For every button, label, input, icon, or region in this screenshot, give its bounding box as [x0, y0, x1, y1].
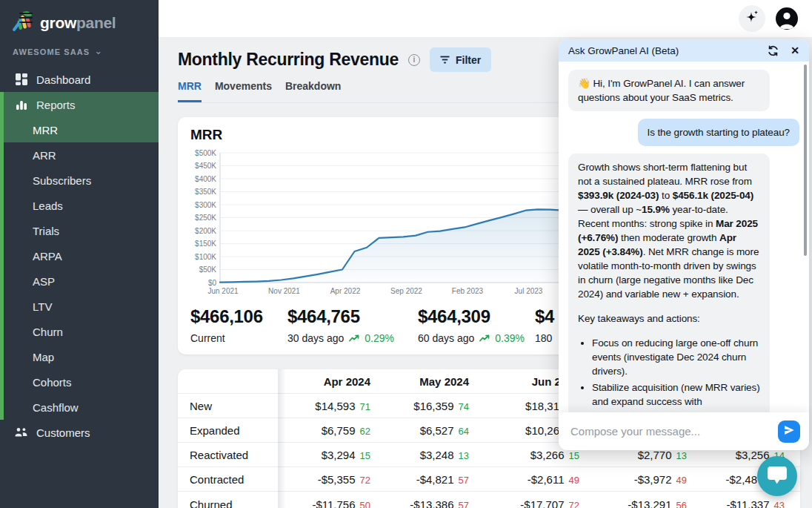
row-label: New	[178, 400, 278, 412]
svg-text:$100K: $100K	[195, 253, 216, 261]
refresh-icon[interactable]	[768, 44, 779, 56]
assistant-message-bubble: 👋 Hi, I'm GrowPanel AI. I can answer que…	[568, 70, 770, 111]
filter-icon	[440, 54, 450, 66]
chat-bubble-icon	[766, 464, 788, 488]
sidebar-item-subscribers[interactable]: Subscribers	[4, 168, 159, 193]
svg-text:$50K: $50K	[199, 265, 217, 274]
table-cell: -$3,97249	[579, 473, 687, 486]
sidebar-item-leads[interactable]: Leads	[4, 193, 159, 218]
send-button[interactable]	[778, 420, 800, 443]
table-cell: -$11,33743	[687, 498, 785, 508]
sidebar-item-ltv[interactable]: LTV	[4, 294, 159, 319]
ai-compose-bar	[559, 412, 809, 450]
table-cell: $6,52764	[370, 424, 469, 437]
reports-icon	[15, 99, 27, 111]
page-header: Monthly Recurring Revenue i Filter	[178, 47, 491, 72]
svg-text:$250K: $250K	[195, 214, 216, 222]
table-cell: $6,75962	[278, 424, 370, 437]
svg-text:Feb 2023: Feb 2023	[452, 287, 484, 295]
stat-value: $4	[535, 306, 554, 327]
table-row-contracted: Contracted-$5,35572-$4,82157-$2,61149-$3…	[178, 467, 800, 492]
sidebar-item-arpa[interactable]: ARPA	[4, 243, 159, 268]
info-icon[interactable]: i	[408, 54, 420, 66]
sidebar-item-churn[interactable]: Churn	[4, 319, 159, 344]
stat-change: 0.39%	[495, 332, 525, 344]
ai-messages-area: 👋 Hi, I'm GrowPanel AI. I can answer que…	[559, 62, 809, 412]
page-title: Monthly Recurring Revenue	[178, 50, 399, 70]
sidebar-nav: Dashboard Reports MRRARRSubscribersLeads…	[0, 67, 159, 445]
sidebar-item-asp[interactable]: ASP	[4, 268, 159, 294]
sidebar-item-label: Dashboard	[36, 73, 90, 86]
column-header: Apr 2024	[278, 375, 370, 388]
send-icon	[783, 424, 795, 439]
table-cell: $3,29415	[278, 449, 370, 461]
stat-value: $464,765	[287, 306, 394, 327]
stat-change: 0.29%	[365, 332, 394, 344]
sidebar-item-trials[interactable]: Trials	[4, 218, 159, 243]
tab-movements[interactable]: Movements	[215, 80, 272, 102]
table-cell: $3,24813	[370, 449, 469, 461]
svg-text:$450K: $450K	[195, 162, 216, 170]
sidebar-item-dashboard[interactable]: Dashboard	[0, 67, 159, 92]
workspace-switcher[interactable]: AWESOME SAAS ⌄	[0, 37, 159, 61]
svg-text:Sep 2022: Sep 2022	[390, 287, 422, 295]
sidebar-item-label: Customers	[36, 426, 90, 439]
ai-chat-panel: Ask GrowPanel AI (Beta) ✕ 👋 Hi, I'm Grow…	[559, 39, 809, 450]
workspace-name: AWESOME SAAS	[13, 47, 90, 56]
svg-text:$200K: $200K	[195, 227, 216, 235]
table-cell: -$4,82157	[370, 473, 469, 486]
stat-1: $464,76530 days ago0.29%	[287, 306, 394, 344]
sidebar: growpanel AWESOME SAAS ⌄ Dashboard	[0, 0, 159, 508]
stat-label: Current	[190, 332, 225, 344]
ai-panel-header: Ask GrowPanel AI (Beta) ✕	[559, 39, 809, 62]
hamburger-menu-icon[interactable]	[19, 13, 33, 23]
sidebar-item-cashflow[interactable]: Cashflow	[4, 395, 159, 420]
live-chat-fab[interactable]	[757, 456, 797, 496]
table-cell: $2,77013	[579, 449, 687, 461]
dashboard-icon	[15, 73, 27, 86]
table-row-churned: Churned-$11,75650-$13,38657-$17,70772-$1…	[178, 492, 800, 508]
stat-label: 60 days ago	[418, 332, 474, 344]
sidebar-item-cohorts[interactable]: Cohorts	[4, 369, 159, 395]
svg-text:Nov 2021: Nov 2021	[268, 287, 300, 295]
reports-subitems: MRRARRSubscribersLeadsTrialsARPAASPLTVCh…	[4, 117, 159, 420]
table-cell: $16,35974	[370, 400, 469, 412]
compose-input[interactable]	[570, 425, 778, 438]
row-label: Contracted	[178, 473, 278, 486]
sidebar-item-mrr[interactable]: MRR	[4, 117, 159, 142]
stat-0: $466,106Current	[190, 306, 263, 344]
svg-text:$300K: $300K	[195, 201, 216, 209]
topbar	[159, 0, 812, 37]
stat-value: $466,106	[190, 306, 263, 327]
svg-text:$150K: $150K	[195, 240, 216, 248]
filter-button[interactable]: Filter	[430, 47, 491, 72]
table-cell: -$17,70772	[469, 498, 579, 508]
trend-up-icon	[349, 332, 359, 344]
tab-mrr[interactable]: MRR	[178, 80, 202, 102]
svg-text:Jun 2021: Jun 2021	[207, 287, 239, 295]
tab-breakdown[interactable]: Breakdown	[285, 80, 341, 102]
user-avatar[interactable]	[776, 7, 798, 30]
sidebar-item-reports[interactable]: Reports	[4, 92, 159, 117]
svg-text:$500K: $500K	[195, 149, 216, 157]
scrollbar-thumb[interactable]	[804, 65, 807, 256]
sidebar-item-label: Reports	[36, 99, 76, 111]
table-cell: -$13,38657	[370, 498, 469, 508]
table-cell: $14,59371	[278, 400, 370, 412]
sidebar-item-customers[interactable]: Customers	[0, 420, 159, 445]
takeaway-item: Stabilize acquisition (new MRR varies) a…	[592, 380, 760, 409]
column-header: May 2024	[370, 375, 469, 388]
sidebar-item-arr[interactable]: ARR	[4, 142, 159, 168]
ai-assistant-button[interactable]	[739, 5, 765, 32]
user-message-bubble: Is the growth starting to plateau?	[638, 119, 799, 146]
table-cell: $3,26615	[469, 449, 579, 461]
table-cell: -$11,75650	[278, 498, 370, 508]
svg-text:Apr 2022: Apr 2022	[330, 287, 361, 295]
close-icon[interactable]: ✕	[791, 44, 799, 56]
stat-label: 180	[535, 332, 552, 344]
sparkle-icon	[743, 8, 761, 29]
svg-text:$350K: $350K	[195, 188, 216, 196]
takeaway-item: Focus on reducing large one-off churn ev…	[592, 336, 760, 378]
table-cell: -$2,61149	[469, 473, 579, 486]
sidebar-item-map[interactable]: Map	[4, 344, 159, 369]
